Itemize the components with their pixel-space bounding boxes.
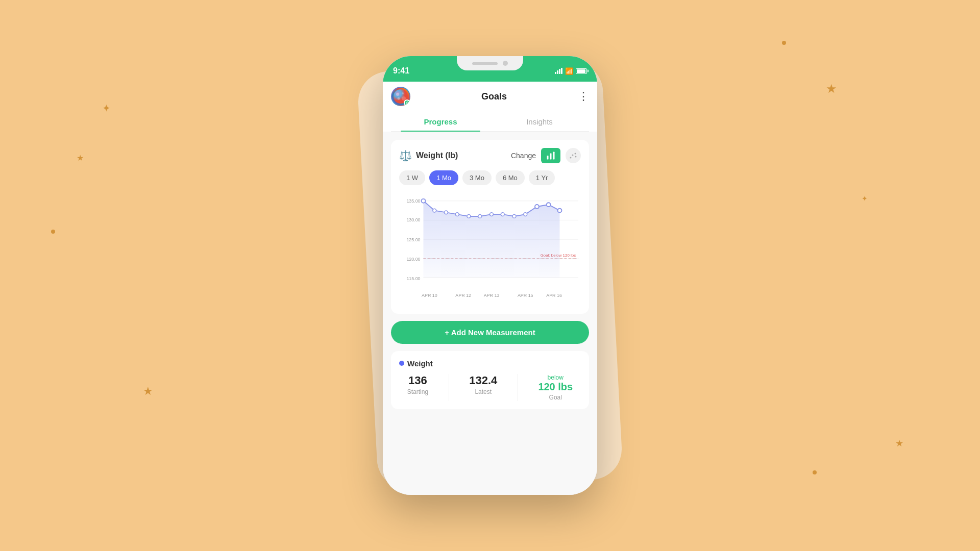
stats-dot <box>399 361 404 366</box>
dot-2 <box>51 230 55 234</box>
chart-svg: 135.00 130.00 125.00 120.00 115.00 Goal:… <box>399 193 581 299</box>
deco-star-2: ★ <box>895 438 903 449</box>
svg-text:125.00: 125.00 <box>406 237 420 242</box>
bar-chart-icon <box>546 151 555 160</box>
status-time: 9:41 <box>393 66 409 76</box>
goal-prefix: below <box>538 374 573 381</box>
starting-value: 136 <box>407 374 428 387</box>
weight-actions: Change <box>511 148 581 163</box>
stat-latest: 132.4 Latest <box>469 374 497 401</box>
stat-starting: 136 Starting <box>407 374 428 401</box>
svg-point-25 <box>422 199 426 203</box>
svg-text:APR 10: APR 10 <box>422 293 437 298</box>
svg-text:120.00: 120.00 <box>406 257 420 262</box>
starting-label: Starting <box>407 388 428 395</box>
scatter-icon <box>569 152 577 160</box>
svg-point-26 <box>433 209 436 212</box>
weight-chart[interactable]: 135.00 130.00 125.00 120.00 115.00 Goal:… <box>399 193 581 302</box>
time-range-1mo[interactable]: 1 Mo <box>429 170 458 185</box>
goal-value: 120 lbs <box>538 381 573 393</box>
battery-icon <box>576 68 587 74</box>
stat-divider-1 <box>449 374 449 401</box>
svg-rect-6 <box>550 154 552 160</box>
sparkle-icon-2: ✦ <box>862 194 868 203</box>
stat-goal: below 120 lbs Goal <box>538 374 573 401</box>
app-header: Goals ⋮ Progress Insights <box>383 82 597 132</box>
deco-star-3: ★ <box>77 153 84 163</box>
weight-card-header: ⚖️ Weight (lb) Change <box>399 148 581 163</box>
time-range-1yr[interactable]: 1 Yr <box>529 170 555 185</box>
stats-label: Weight <box>407 359 433 368</box>
latest-label: Latest <box>469 388 497 395</box>
svg-rect-7 <box>553 152 555 160</box>
star-icon-1: ★ <box>826 82 837 95</box>
time-range-1w[interactable]: 1 W <box>399 170 425 185</box>
deco-dot-2 <box>51 230 55 234</box>
star-icon-4: ★ <box>143 385 153 397</box>
phone-frame: 9:41 📶 <box>383 56 597 495</box>
time-range-3mo[interactable]: 3 Mo <box>462 170 492 185</box>
svg-text:APR 15: APR 15 <box>518 293 533 298</box>
more-options-icon[interactable]: ⋮ <box>578 90 589 103</box>
svg-point-1 <box>396 93 399 96</box>
tabs-container: Progress Insights <box>391 112 589 132</box>
time-range-6mo[interactable]: 6 Mo <box>496 170 525 185</box>
signal-bars-icon <box>555 68 562 74</box>
stat-divider-2 <box>518 374 518 401</box>
svg-point-34 <box>524 213 527 216</box>
svg-point-4 <box>398 97 400 100</box>
svg-point-31 <box>490 213 494 216</box>
weight-card: ⚖️ Weight (lb) Change <box>391 140 589 314</box>
chart-view-button[interactable] <box>541 148 560 163</box>
svg-point-35 <box>535 205 539 209</box>
svg-text:135.00: 135.00 <box>406 198 420 204</box>
svg-text:APR 13: APR 13 <box>484 293 500 298</box>
tab-insights[interactable]: Insights <box>490 112 589 131</box>
stats-card: Weight 136 Starting 132.4 Latest below 1… <box>391 351 589 409</box>
avatar[interactable] <box>391 87 410 106</box>
camera <box>503 61 508 66</box>
stats-row: 136 Starting 132.4 Latest below 120 lbs … <box>399 374 581 401</box>
svg-text:115.00: 115.00 <box>406 276 420 281</box>
svg-point-29 <box>467 214 471 218</box>
app-header-top: Goals ⋮ <box>391 87 589 106</box>
deco-dot-3 <box>813 470 817 474</box>
svg-point-33 <box>512 214 516 218</box>
svg-point-8 <box>570 157 572 159</box>
svg-point-10 <box>575 153 576 155</box>
status-icons: 📶 <box>555 67 587 75</box>
star-icon-2: ★ <box>895 438 903 448</box>
speaker <box>472 62 498 65</box>
star-icon-3: ★ <box>77 154 84 162</box>
goal-label: Goal <box>538 394 573 401</box>
stats-label-row: Weight <box>399 359 581 368</box>
add-measurement-button[interactable]: + Add New Measurement <box>391 321 589 344</box>
avatar-settings-badge[interactable] <box>404 99 410 106</box>
deco-star-4: ★ <box>143 385 153 398</box>
app-content: ⚖️ Weight (lb) Change <box>383 132 597 495</box>
scatter-view-button[interactable] <box>566 148 581 163</box>
time-range-selector: 1 W 1 Mo 3 Mo 6 Mo 1 Yr <box>399 170 581 185</box>
svg-point-30 <box>478 214 482 218</box>
dot-3 <box>813 470 817 474</box>
svg-point-32 <box>501 213 504 216</box>
svg-point-37 <box>558 209 562 213</box>
change-button[interactable]: Change <box>511 152 536 160</box>
svg-text:APR 16: APR 16 <box>546 293 562 298</box>
weight-title-group: ⚖️ Weight (lb) <box>399 149 458 162</box>
svg-point-28 <box>455 213 459 216</box>
svg-rect-5 <box>547 156 549 160</box>
weight-title: Weight (lb) <box>416 151 458 160</box>
svg-point-27 <box>445 211 448 214</box>
sparkle-icon-1: ✦ <box>102 103 111 114</box>
svg-point-9 <box>572 155 574 156</box>
deco-dot-1 <box>782 41 786 45</box>
deco-sparkle-2: ✦ <box>862 194 868 203</box>
svg-text:APR 12: APR 12 <box>455 293 471 298</box>
deco-star-1: ★ <box>826 82 837 96</box>
scale-icon: ⚖️ <box>399 149 412 162</box>
tab-progress[interactable]: Progress <box>391 112 490 131</box>
latest-value: 132.4 <box>469 374 497 387</box>
phone-notch <box>457 56 523 70</box>
dot-1 <box>782 41 786 45</box>
